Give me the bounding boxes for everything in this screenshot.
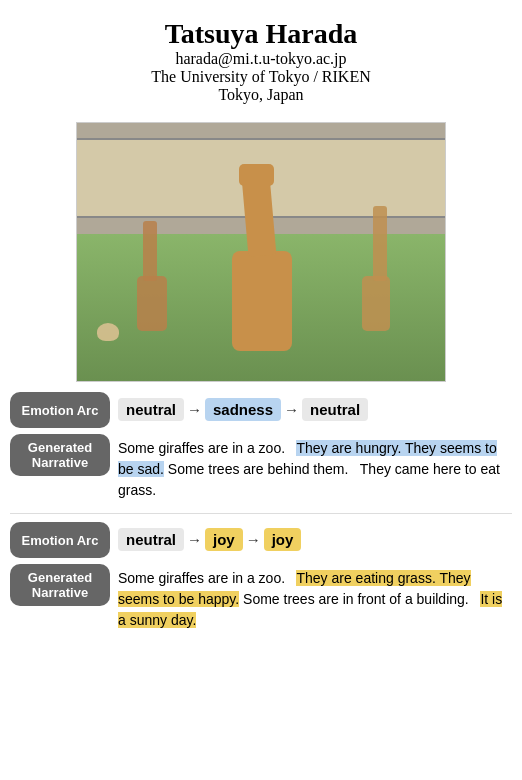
small-animal — [97, 323, 119, 341]
narrative-content-1: Some giraffes are in a zoo. They are hun… — [118, 434, 512, 505]
emotion-word-joy-1: joy — [205, 528, 243, 551]
emotion-arc-content-1: neutral → sadness → neutral — [118, 392, 368, 427]
author-name: Tatsuya Harada — [10, 18, 512, 50]
emotion-word-neutral-2: neutral — [302, 398, 368, 421]
author-affiliation: The University of Tokyo / RIKEN — [10, 68, 512, 86]
narrative-seg-1-1: Some giraffes are in a zoo. — [118, 440, 285, 456]
narrative-seg-2-1: Some giraffes are in a zoo. — [118, 570, 285, 586]
giraffe-image — [76, 122, 446, 382]
giraffe-right-neck — [373, 206, 387, 281]
giraffe-left-body — [137, 276, 167, 331]
giraffe-main-body — [232, 251, 292, 351]
emotion-arrow-1: → — [187, 401, 202, 418]
narrative-seg-2-space2 — [473, 591, 477, 607]
giraffe-left-neck — [143, 221, 157, 281]
narrative-label-2: Generated Narrative — [10, 564, 110, 606]
giraffe-right-body — [362, 276, 390, 331]
giraffe-scene — [77, 123, 445, 381]
narrative-row-1: Generated Narrative Some giraffes are in… — [10, 434, 512, 505]
narrative-seg-2-space1 — [289, 570, 293, 586]
emotion-word-sadness: sadness — [205, 398, 281, 421]
emotion-word-neutral-3: neutral — [118, 528, 184, 551]
header: Tatsuya Harada harada@mi.t.u-tokyo.ac.jp… — [0, 0, 522, 114]
narrative-content-2: Some giraffes are in a zoo. They are eat… — [118, 564, 512, 635]
emotion-word-neutral-1: neutral — [118, 398, 184, 421]
emotion-arc-row-1: Emotion Arc neutral → sadness → neutral — [10, 392, 512, 428]
section-divider — [10, 513, 512, 514]
photo-container — [0, 122, 522, 382]
emotion-arrow-2: → — [284, 401, 299, 418]
narrative-row-2: Generated Narrative Some giraffes are in… — [10, 564, 512, 635]
narrative-label-1: Generated Narrative — [10, 434, 110, 476]
emotion-arc-content-2: neutral → joy → joy — [118, 522, 301, 557]
narrative-seg-1-3: Some trees are behind them. — [168, 461, 349, 477]
emotion-arc-label-1: Emotion Arc — [10, 392, 110, 428]
narrative-seg-2-3: Some trees are in front of a building. — [243, 591, 469, 607]
narrative-seg-1-space1 — [289, 440, 293, 456]
narrative-seg-1-space2 — [352, 461, 356, 477]
emotion-word-joy-2: joy — [264, 528, 302, 551]
giraffe-main-head — [239, 164, 274, 186]
emotion-arc-label-2: Emotion Arc — [10, 522, 110, 558]
emotion-arrow-3: → — [187, 531, 202, 548]
emotion-arrow-4: → — [246, 531, 261, 548]
author-email: harada@mi.t.u-tokyo.ac.jp — [10, 50, 512, 68]
emotion-arc-row-2: Emotion Arc neutral → joy → joy — [10, 522, 512, 558]
author-location: Tokyo, Japan — [10, 86, 512, 104]
